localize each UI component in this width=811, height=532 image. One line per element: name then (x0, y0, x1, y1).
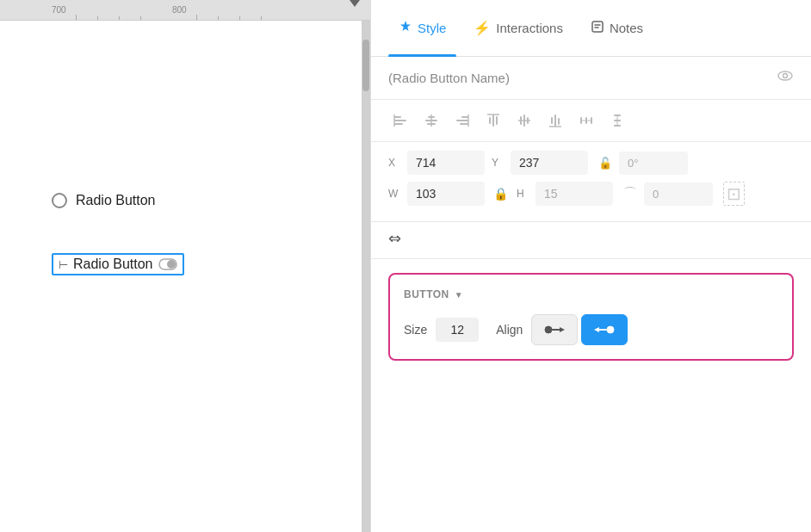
svg-rect-5 (394, 116, 401, 118)
corner-radius-input[interactable] (644, 182, 713, 206)
section-dropdown-arrow[interactable]: ▼ (455, 290, 463, 300)
svg-rect-29 (580, 117, 582, 124)
svg-rect-31 (591, 117, 592, 124)
svg-rect-36 (614, 125, 621, 127)
svg-rect-25 (551, 117, 553, 124)
align-bottom-btn[interactable] (543, 108, 567, 133)
component-name: (Radio Button Name) (388, 71, 510, 85)
align-top-btn[interactable] (481, 108, 505, 133)
wh-row: W 🔒 H ⌒ ⊡ (388, 182, 794, 206)
h-input[interactable] (536, 182, 613, 206)
svg-rect-26 (554, 114, 556, 127)
lock-icon[interactable]: 🔒 (493, 187, 508, 201)
svg-marker-42 (594, 327, 599, 332)
svg-point-39 (545, 326, 552, 333)
ruler-marks: 700 800 (0, 0, 370, 20)
align-center-h-btn[interactable] (419, 108, 443, 133)
svg-rect-14 (456, 120, 468, 121)
v-scrollbar[interactable] (362, 21, 370, 532)
radio-selected-label: Radio Button (73, 257, 153, 272)
component-name-row: (Radio Button Name) (371, 57, 811, 100)
svg-rect-35 (614, 120, 621, 121)
style-icon (399, 20, 412, 37)
align-options (531, 314, 628, 345)
svg-marker-41 (560, 327, 565, 332)
alignment-toolbar (371, 100, 811, 142)
section-title: BUTTON (404, 288, 449, 300)
align-group: Align (496, 314, 628, 345)
y-input[interactable] (511, 151, 588, 175)
ruler-label-800: 800 (172, 5, 187, 15)
svg-point-44 (607, 326, 614, 333)
tab-interactions-label: Interactions (496, 21, 563, 35)
radio-normal-label: Radio Button (76, 193, 156, 208)
size-group: Size (404, 318, 479, 342)
svg-point-1 (167, 260, 176, 269)
svg-rect-19 (496, 116, 498, 125)
x-input[interactable] (407, 151, 485, 175)
radio-selected-box: ⊢ Radio Button (52, 253, 184, 275)
x-label: X (388, 157, 400, 169)
svg-rect-7 (394, 123, 403, 125)
notes-icon (591, 20, 604, 37)
button-controls: Size Align (404, 314, 778, 345)
y-label: Y (492, 157, 504, 169)
distribute-v-btn[interactable] (605, 108, 629, 133)
svg-rect-2 (592, 22, 603, 32)
flip-section: ⇔ (371, 222, 811, 259)
svg-rect-6 (394, 120, 406, 121)
align-left-btn[interactable] (388, 108, 412, 133)
size-input[interactable] (436, 318, 479, 342)
svg-point-3 (778, 71, 792, 80)
align-middle-btn[interactable] (512, 108, 536, 133)
svg-rect-34 (614, 114, 621, 116)
button-section: BUTTON ▼ Size Align (388, 273, 794, 361)
distribute-h-btn[interactable] (574, 108, 598, 133)
tab-interactions[interactable]: ⚡ Interactions (463, 0, 573, 57)
radio-selected: ⊢ Radio Button (52, 253, 184, 275)
position-section: X Y 🔓 W 🔒 H ⌒ ⊡ (371, 142, 811, 222)
v-scrollbar-thumb[interactable] (362, 40, 369, 91)
tab-style-label: Style (418, 21, 446, 35)
h-label: H (517, 188, 529, 200)
xy-row: X Y 🔓 (388, 151, 794, 175)
w-label: W (388, 188, 400, 200)
canvas-area: 700 800 Radio Button ⊢ Radio Button (0, 0, 370, 532)
radio-toggle-icon (158, 258, 177, 270)
svg-point-4 (783, 74, 788, 78)
svg-rect-27 (558, 118, 560, 125)
lock-rotation-icon: 🔓 (598, 157, 612, 170)
w-input[interactable] (407, 182, 485, 206)
visibility-icon[interactable] (777, 69, 794, 87)
canvas-content: Radio Button ⊢ Radio Button (0, 21, 362, 532)
align-right-btn[interactable] (450, 108, 474, 133)
svg-rect-30 (585, 117, 587, 124)
interactions-icon: ⚡ (474, 20, 491, 36)
svg-rect-15 (460, 123, 468, 125)
ruler: 700 800 (0, 0, 370, 21)
size-label: Size (404, 323, 427, 337)
tab-style[interactable]: Style (388, 0, 456, 57)
radio-normal: Radio Button (52, 193, 156, 208)
svg-rect-18 (492, 114, 494, 127)
radio-circle-icon (52, 193, 67, 208)
corner-radius-icon: ⌒ (623, 185, 637, 203)
align-left-option[interactable] (531, 314, 578, 345)
tab-notes-label: Notes (610, 21, 643, 35)
right-panel: Style ⚡ Interactions Notes (Radio Button… (370, 0, 811, 532)
rotation-input[interactable] (619, 152, 688, 175)
svg-rect-17 (489, 117, 491, 124)
button-section-header: BUTTON ▼ (404, 288, 778, 300)
align-label: Align (496, 323, 523, 337)
flip-horizontal-icon[interactable]: ⇔ (388, 230, 401, 247)
align-right-option[interactable] (581, 314, 628, 345)
tab-notes[interactable]: Notes (580, 0, 653, 57)
tabs-bar: Style ⚡ Interactions Notes (371, 0, 811, 57)
ruler-label-700: 700 (52, 5, 66, 15)
svg-rect-13 (461, 116, 468, 118)
resize-icon[interactable]: ⊡ (723, 182, 745, 206)
